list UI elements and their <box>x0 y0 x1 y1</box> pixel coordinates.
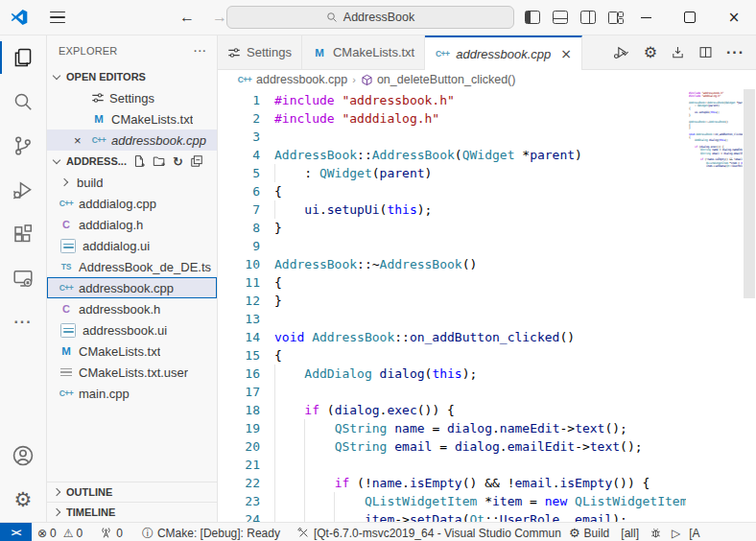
cpp-file-icon: C++ <box>237 72 252 87</box>
file-addressbook-cpp[interactable]: C++addressbook.cpp <box>47 277 217 298</box>
maximize-icon[interactable] <box>668 0 712 35</box>
code-line-14[interactable]: 14void AddressBook::on_addButton_clicked… <box>218 328 686 346</box>
launch-target[interactable]: [A <box>685 523 703 541</box>
line-number: 21 <box>218 456 274 474</box>
sidebar-item-remote-explorer[interactable] <box>0 256 46 300</box>
sidebar-item-search[interactable] <box>0 80 46 124</box>
file-addressbook-h[interactable]: Caddressbook.h <box>47 298 217 319</box>
file-cmakelists-txt[interactable]: MCMakeLists.txt <box>47 341 217 362</box>
open-editor-settings[interactable]: Settings <box>47 87 217 108</box>
code-line-20[interactable]: 20 QString email = dialog.emailEdit->tex… <box>218 437 686 456</box>
run-debug-dropdown-icon[interactable] <box>613 45 630 60</box>
code-line-22[interactable]: 22 if (!name.isEmpty() && !email.isEmpty… <box>218 474 686 492</box>
breadcrumb-symbol[interactable]: on_deleteButton_clicked() <box>377 73 516 86</box>
close-editor-icon[interactable]: × <box>74 133 91 148</box>
refresh-icon[interactable]: ↻ <box>173 155 183 168</box>
folder-build[interactable]: build <box>47 172 217 193</box>
close-tab-icon[interactable]: × <box>560 46 572 61</box>
code-line-16[interactable]: 16 AddDialog dialog(this); <box>218 365 686 383</box>
new-folder-icon[interactable] <box>153 154 166 168</box>
more-views-icon[interactable]: ··· <box>0 300 46 344</box>
close-icon[interactable]: × <box>712 0 756 35</box>
debug-button[interactable] <box>645 523 667 541</box>
code-line-6[interactable]: 6{ <box>218 182 686 200</box>
code-line-10[interactable]: 10AddressBook::~AddressBook() <box>218 255 686 273</box>
open-editor-cmakelists-txt[interactable]: MCMakeLists.txt <box>47 108 217 129</box>
info-icon: ⓘ <box>142 528 154 539</box>
minimize-icon[interactable] <box>624 0 668 35</box>
problems-status[interactable]: ⊗ 0 ⚠ 0 <box>32 523 88 541</box>
layout-sidebar-right-icon[interactable] <box>580 11 596 24</box>
sidebar-item-explorer[interactable] <box>0 35 46 80</box>
search-box[interactable]: AddressBook <box>226 6 514 29</box>
code-line-19[interactable]: 19 QString name = dialog.nameEdit->text(… <box>218 419 686 437</box>
code-line-9[interactable]: 9 <box>218 237 686 255</box>
split-editor-icon[interactable] <box>698 45 713 59</box>
gear-icon[interactable]: ⚙ <box>644 43 657 61</box>
code-line-8[interactable]: 8} <box>218 219 686 237</box>
code-line-4[interactable]: 4AddressBook::AddressBook(QWidget *paren… <box>218 146 686 164</box>
code-editor[interactable]: 1#include "addressbook.h"2#include "addd… <box>218 89 686 522</box>
layout-sidebar-left-icon[interactable] <box>525 11 540 24</box>
cmake-build-button[interactable]: ⚙ Build <box>563 523 615 541</box>
code-line-23[interactable]: 23 QListWidgetItem *item = new QListWidg… <box>218 492 686 510</box>
tab-cmakelists-txt[interactable]: MCMakeLists.txt <box>302 35 425 69</box>
file-addressbook-ui[interactable]: addressbook.ui <box>47 319 217 341</box>
editor-actions: ⚙ ··· <box>602 35 756 69</box>
line-number: 5 <box>218 164 274 182</box>
tab-addressbook-cpp[interactable]: C++addressbook.cpp× <box>425 35 582 70</box>
code-line-7[interactable]: 7 ui.setupUi(this); <box>218 200 686 219</box>
open-editor-addressbook-cpp[interactable]: ×C++addressbook.cpp <box>47 129 217 151</box>
code-line-11[interactable]: 11{ <box>218 273 686 292</box>
minimap[interactable]: #include "addressbook.h" #include "adddi… <box>686 89 743 522</box>
file-addressbook-de-de-ts[interactable]: TSAddressBook_de_DE.ts <box>47 256 217 277</box>
code-line-17[interactable]: 17 <box>218 383 686 401</box>
scrollbar-slider[interactable] <box>744 89 755 298</box>
manage-gear-icon[interactable]: ⚙ <box>0 478 46 522</box>
timeline-section[interactable]: TIMELINE <box>47 502 217 522</box>
outline-label: OUTLINE <box>66 486 112 498</box>
code-line-3[interactable]: 3 <box>218 128 686 146</box>
account-icon[interactable] <box>0 434 46 478</box>
code-line-15[interactable]: 15{ <box>218 346 686 365</box>
remote-indicator[interactable]: >< <box>0 523 32 541</box>
breadcrumb[interactable]: C++ addressbook.cpp › on_deleteButton_cl… <box>218 70 756 89</box>
file-adddialog-cpp[interactable]: C++adddialog.cpp <box>47 193 217 214</box>
file-adddialog-ui[interactable]: adddialog.ui <box>47 235 217 256</box>
code-line-5[interactable]: 5 : QWidget(parent) <box>218 164 686 182</box>
code-line-1[interactable]: 1#include "addressbook.h" <box>218 91 686 109</box>
code-line-12[interactable]: 12} <box>218 292 686 310</box>
layout-panel-icon[interactable] <box>553 11 568 24</box>
code-line-24[interactable]: 24 item->setData(Qt::UserRole, email); <box>218 510 686 522</box>
code-line-13[interactable]: 13 <box>218 310 686 328</box>
outline-section[interactable]: OUTLINE <box>47 482 217 502</box>
tab-settings[interactable]: Settings <box>218 35 302 69</box>
editor-scrollbar[interactable] <box>743 89 756 522</box>
code-line-21[interactable]: 21 <box>218 456 686 474</box>
breadcrumb-file[interactable]: addressbook.cpp <box>256 73 347 86</box>
install-icon[interactable] <box>671 45 685 59</box>
new-file-icon[interactable] <box>132 154 146 168</box>
menu-icon[interactable] <box>50 12 65 23</box>
run-button[interactable]: ▷ <box>667 523 685 541</box>
sidebar-item-run-debug[interactable] <box>0 168 46 212</box>
open-editors-header[interactable]: OPEN EDITORS <box>47 66 217 87</box>
ellipsis-icon[interactable]: ··· <box>726 44 744 61</box>
code-line-18[interactable]: 18 if (dialog.exec()) { <box>218 401 686 419</box>
build-target[interactable]: [all] <box>615 523 645 541</box>
open-editors-list: SettingsMCMakeLists.txt×C++addressbook.c… <box>47 87 217 151</box>
back-arrow-icon[interactable]: ← <box>178 9 196 26</box>
layout-customize-icon[interactable] <box>608 12 624 24</box>
sidebar-item-extensions[interactable] <box>0 212 46 256</box>
file-main-cpp[interactable]: C++main.cpp <box>47 383 217 404</box>
ports-status[interactable]: 0 <box>94 523 129 541</box>
file-cmakelists-txt-user[interactable]: CMakeLists.txt.user <box>47 362 217 383</box>
cmake-status[interactable]: ⓘ CMake: [Debug]: Ready <box>136 523 286 541</box>
project-section-header[interactable]: ADDRESS... ↻ <box>47 151 217 172</box>
explorer-actions-icon[interactable]: ··· <box>194 45 207 57</box>
sidebar-item-source-control[interactable] <box>0 124 46 168</box>
collapse-all-icon[interactable] <box>190 154 203 168</box>
code-line-2[interactable]: 2#include "adddialog.h" <box>218 109 686 128</box>
file-adddialog-h[interactable]: Cadddialog.h <box>47 214 217 235</box>
cmake-kit[interactable]: [Qt-6.7.0-msvc2019_64 - Visual Studio Co… <box>292 523 561 541</box>
